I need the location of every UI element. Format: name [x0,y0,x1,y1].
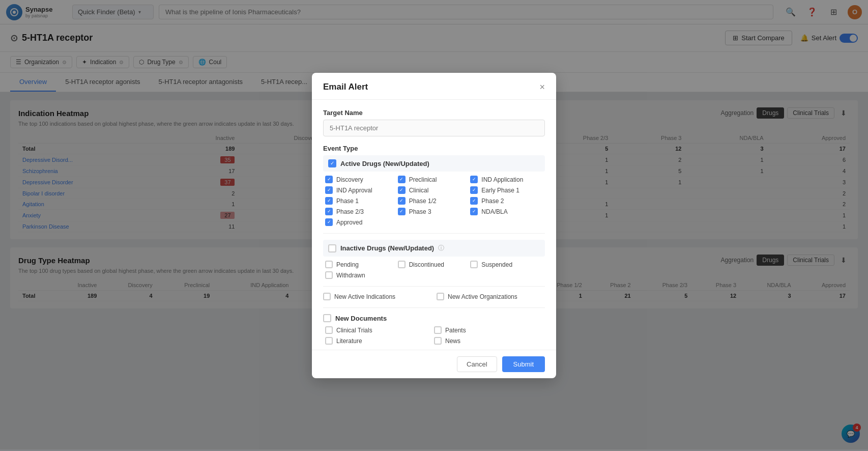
modal-footer: Cancel Submit [312,350,556,378]
suspended-checkbox[interactable] [470,261,478,268]
active-drugs-header: ✓ Active Drugs (New/Updated) [323,155,545,172]
standalone-row: New Active Indications New Active Organi… [323,293,545,300]
modal-close-button[interactable]: × [539,82,545,92]
checkbox-nda-bla: ✓ NDA/BLA [470,208,543,215]
checkbox-pending: Pending [325,261,398,268]
inactive-drugs-section: Inactive Drugs (New/Updated) ⓘ Pending D… [323,240,545,279]
checkbox-literature: Literature [325,337,434,345]
literature-checkbox[interactable] [325,337,333,345]
checkbox-early-phase1: ✓ Early Phase 1 [470,186,543,194]
preclinical-checkbox[interactable]: ✓ [398,176,406,183]
active-drugs-checkbox[interactable]: ✓ [328,159,336,167]
inactive-drugs-grid: Pending Discontinued Suspended Withdrawn [323,261,545,279]
checkbox-ind-approval: ✓ IND Approval [325,186,398,194]
info-icon: ⓘ [438,244,444,252]
checkbox-approved: ✓ Approved [325,218,398,226]
clinical-checkbox[interactable]: ✓ [398,186,406,194]
new-active-indications-checkbox[interactable] [323,293,331,300]
active-drugs-grid: ✓ Discovery ✓ Preclinical ✓ IND Applicat… [323,176,545,226]
new-documents-section: New Documents Clinical Trials Patents Li… [323,314,545,345]
news-checkbox[interactable] [434,337,442,345]
inactive-drugs-header: Inactive Drugs (New/Updated) ⓘ [323,240,545,257]
checkbox-news: News [434,337,543,345]
submit-button[interactable]: Submit [502,356,545,372]
phase23-checkbox[interactable]: ✓ [325,208,333,215]
nda-bla-checkbox[interactable]: ✓ [470,208,478,215]
target-name-label: Target Name [323,109,545,117]
checkbox-phase1: ✓ Phase 1 [325,197,398,205]
checkbox-phase3: ✓ Phase 3 [398,208,471,215]
checkbox-withdrawn: Withdrawn [325,271,398,279]
phase2-checkbox[interactable]: ✓ [470,197,478,205]
inactive-drugs-checkbox[interactable] [328,244,336,252]
email-alert-modal: Email Alert × Target Name Event Type ✓ A… [312,73,556,378]
checkbox-patents: Patents [434,326,543,334]
new-active-organizations-item: New Active Organizations [437,293,545,300]
divider3 [323,307,545,308]
clinical-trials-checkbox[interactable] [325,326,333,334]
checkbox-discontinued: Discontinued [398,261,471,268]
new-documents-label: New Documents [335,315,387,322]
new-documents-checkbox[interactable] [323,314,331,322]
phase12-checkbox[interactable]: ✓ [398,197,406,205]
target-name-input[interactable] [323,120,545,136]
patents-checkbox[interactable] [434,326,442,334]
modal-header: Email Alert × [312,73,556,100]
new-documents-grid: Clinical Trials Patents Literature News [323,326,545,345]
discontinued-checkbox[interactable] [398,261,406,268]
checkbox-phase2: ✓ Phase 2 [470,197,543,205]
pending-checkbox[interactable] [325,261,333,268]
new-documents-header: New Documents [323,314,545,322]
checkbox-discovery: ✓ Discovery [325,176,398,183]
ind-approval-checkbox[interactable]: ✓ [325,186,333,194]
approved-checkbox[interactable]: ✓ [325,218,333,226]
ind-application-checkbox[interactable]: ✓ [470,176,478,183]
withdrawn-checkbox[interactable] [325,271,333,279]
modal-title: Email Alert [323,82,368,92]
checkbox-clinical-trials: Clinical Trials [325,326,434,334]
event-type-label: Event Type [323,145,545,152]
checkbox-phase12: ✓ Phase 1/2 [398,197,471,205]
active-drugs-label: Active Drugs (New/Updated) [340,160,429,167]
early-phase1-checkbox[interactable]: ✓ [470,186,478,194]
inactive-drugs-label: Inactive Drugs (New/Updated) [340,244,434,252]
phase1-checkbox[interactable]: ✓ [325,197,333,205]
phase3-checkbox[interactable]: ✓ [398,208,406,215]
checkbox-clinical: ✓ Clinical [398,186,471,194]
divider2 [323,286,545,287]
new-active-indications-item: New Active Indications [323,293,431,300]
cancel-button[interactable]: Cancel [457,356,497,372]
checkbox-suspended: Suspended [470,261,543,268]
checkbox-preclinical: ✓ Preclinical [398,176,471,183]
new-active-organizations-checkbox[interactable] [437,293,444,300]
checkbox-phase23: ✓ Phase 2/3 [325,208,398,215]
modal-overlay[interactable]: Email Alert × Target Name Event Type ✓ A… [0,0,868,449]
discovery-checkbox[interactable]: ✓ [325,176,333,183]
divider1 [323,233,545,234]
checkbox-ind-application: ✓ IND Application [470,176,543,183]
modal-body: Target Name Event Type ✓ Active Drugs (N… [312,100,556,350]
active-drugs-section: ✓ Active Drugs (New/Updated) ✓ Discovery… [323,155,545,226]
